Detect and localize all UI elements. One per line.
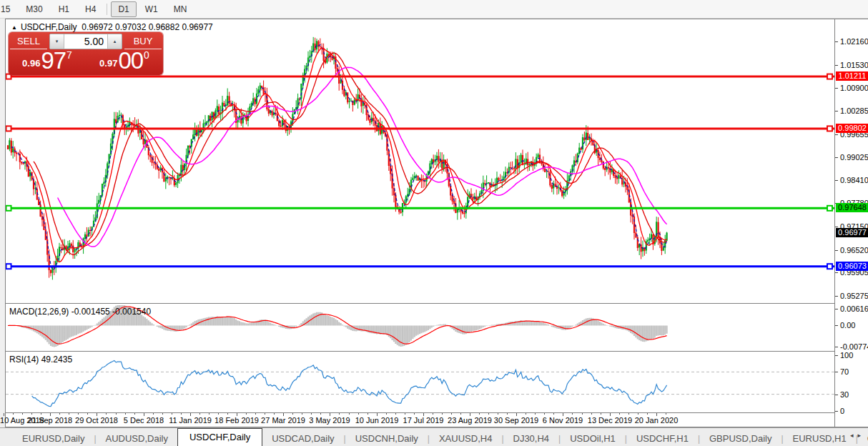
date-minor-tick	[106, 413, 107, 415]
chart-title: ▲USDCHF,Daily 0.96972 0.97032 0.96882 0.…	[11, 22, 213, 32]
price-level-badge: 1.01211	[836, 71, 868, 81]
price-level-badge: 0.96073	[836, 262, 868, 271]
price-tick-label: 1.02160	[840, 37, 868, 46]
date-minor-tick	[59, 413, 60, 415]
price-tick	[835, 272, 838, 273]
date-minor-tick	[395, 413, 396, 415]
moving-average-16	[34, 53, 667, 255]
timeframe-button-m30[interactable]: M30	[19, 1, 49, 17]
chart-tab-usdcnh-daily[interactable]: USDCNH,Daily	[346, 431, 428, 446]
timeframe-button-h1[interactable]: H1	[51, 1, 77, 17]
one-click-trading-panel: SELL ▾ ▴ BUY 0.96 97 7 0.97 00 0	[9, 32, 163, 75]
date-minor-tick	[442, 413, 443, 415]
date-minor-tick	[339, 413, 340, 415]
date-minor-tick	[22, 413, 23, 415]
rsi-tick	[835, 355, 838, 356]
chart-tab-gbpusd-daily[interactable]: GBPUSD,Daily	[700, 431, 781, 446]
sell-price[interactable]: 0.96 97 7	[9, 49, 86, 73]
date-minor-tick	[460, 413, 461, 415]
price-tick	[835, 296, 838, 297]
volume-decrease-button[interactable]: ▾	[50, 34, 64, 49]
date-minor-tick	[237, 413, 237, 415]
date-minor-tick	[544, 413, 545, 415]
chart-tab-xauusd-h4[interactable]: XAUUSD,H4	[430, 431, 501, 446]
sell-price-big: 97	[41, 50, 66, 71]
chart-ohlc-values: 0.96972 0.97032 0.96882 0.96977	[82, 22, 213, 32]
date-minor-tick	[553, 413, 554, 415]
date-minor-tick	[526, 413, 526, 415]
date-minor-tick	[199, 413, 200, 415]
chart-tab-eurusd-h1[interactable]: EURUSD,H1	[784, 431, 856, 446]
chart-tab-usdoil-h1[interactable]: USDOil,H1	[561, 431, 625, 446]
buy-price-sup: 0	[144, 49, 149, 61]
chart-symbol-label: USDCHF,Daily	[21, 22, 77, 32]
buy-price-big: 00	[118, 50, 143, 71]
date-minor-tick	[292, 413, 293, 415]
date-minor-tick	[265, 413, 265, 415]
date-minor-tick	[414, 413, 415, 415]
timeframe-button-15[interactable]: 15	[0, 1, 17, 17]
date-minor-tick	[433, 413, 433, 415]
tab-scroll-arrows: ◂▸	[850, 432, 865, 439]
price-tick-label: 0.96520	[840, 246, 868, 254]
pane-splitter-macd[interactable]	[6, 303, 834, 304]
date-minor-tick	[386, 413, 387, 415]
date-minor-tick	[50, 413, 51, 415]
buy-price[interactable]: 0.97 00 0	[86, 49, 163, 73]
price-level-badge: 0.99802	[836, 124, 868, 133]
rsi-tick-label: 30	[840, 390, 849, 399]
chart-tab-dj30-h4[interactable]: DJ30,H4	[504, 431, 559, 446]
date-minor-tick	[144, 413, 144, 415]
collapse-triangle-icon[interactable]: ▲	[11, 24, 17, 31]
current-price-badge: 0.96977	[836, 228, 868, 237]
date-minor-tick	[31, 413, 32, 415]
timeframe-button-d1[interactable]: D1	[111, 1, 136, 17]
timeframe-button-h4[interactable]: H4	[78, 1, 103, 17]
date-label: 13 Dec 2019	[588, 416, 632, 425]
timeframe-toolbar: 15M30H1H4D1W1MN	[0, 0, 868, 19]
date-label: 30 Sep 2019	[494, 416, 538, 425]
date-label: 29 Oct 2018	[75, 416, 118, 425]
chart-tab-audusd-daily[interactable]: AUDUSD,Daily	[97, 431, 177, 446]
sell-price-sup: 7	[66, 49, 72, 61]
date-minor-tick	[255, 413, 256, 415]
tab-scroll-left-icon[interactable]: ◂	[850, 432, 858, 439]
level-line-marker	[827, 264, 832, 269]
volume-increase-button[interactable]: ▴	[107, 34, 122, 49]
price-tick-label: 0.98410	[840, 176, 868, 184]
date-minor-tick	[153, 413, 154, 415]
rsi-tick-label: 70	[840, 367, 849, 376]
volume-input[interactable]	[64, 34, 107, 49]
tab-scroll-right-icon[interactable]: ▸	[857, 432, 865, 439]
timeframe-button-w1[interactable]: W1	[138, 1, 165, 17]
date-minor-tick	[591, 413, 592, 415]
moving-average-8	[20, 48, 667, 262]
level-line-marker	[827, 126, 832, 131]
chart-tab-usdchf-daily[interactable]: USDCHF,Daily	[177, 428, 262, 446]
date-minor-tick	[209, 413, 209, 415]
date-minor-tick	[311, 413, 312, 415]
price-tick-label: 1.00900	[840, 84, 868, 92]
rsi-tick	[835, 372, 838, 372]
price-tick-label: 0.95275	[840, 292, 868, 300]
date-minor-tick	[563, 413, 563, 415]
price-tick-label: 1.01530	[840, 61, 868, 69]
date-label: 11 Jan 2019	[169, 416, 212, 425]
rsi-tick	[835, 411, 838, 412]
rsi-tick	[835, 395, 838, 395]
chart-tab-usdchf-h1[interactable]: USDCHF,H1	[627, 431, 698, 446]
date-label: 20 Jan 2020	[635, 416, 679, 425]
date-minor-tick	[87, 413, 88, 415]
chart-tab-eurusd-daily[interactable]: EURUSD,Daily	[13, 431, 94, 446]
pane-splitter-rsi[interactable]	[6, 351, 834, 352]
date-minor-tick	[162, 413, 163, 415]
macd-tick	[835, 309, 838, 309]
date-minor-tick	[368, 413, 368, 415]
chart-tab-usdcad-daily[interactable]: USDCAD,Daily	[262, 431, 343, 446]
date-minor-tick	[172, 413, 172, 415]
date-minor-tick	[498, 413, 498, 415]
date-label: 5 Dec 2018	[124, 416, 164, 425]
timeframe-button-mn[interactable]: MN	[167, 1, 194, 17]
rsi-pane[interactable]	[6, 352, 834, 412]
price-tick	[835, 41, 838, 42]
